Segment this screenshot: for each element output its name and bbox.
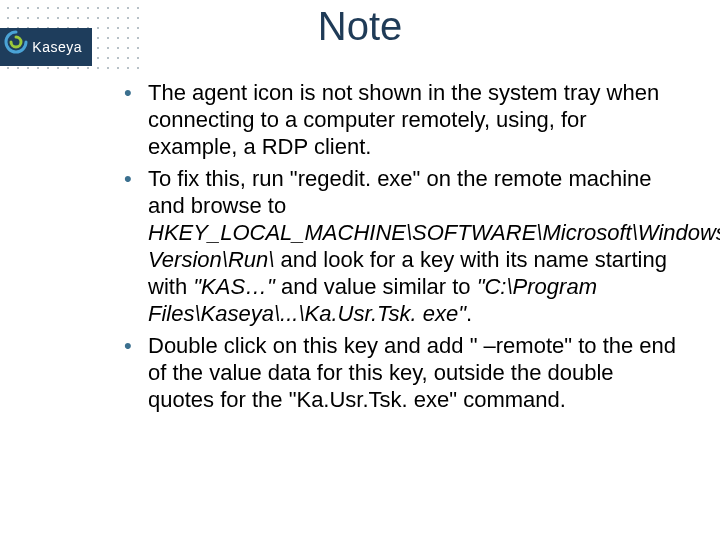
bullet-2: To fix this, run "regedit. exe" on the r…: [120, 166, 680, 327]
bullet-3-text: Double click on this key and add " –remo…: [148, 333, 676, 412]
bullet-2-kas: "KAS…": [193, 274, 281, 299]
brand-name: Kaseya: [32, 39, 82, 55]
bullet-2-suffix: .: [466, 301, 472, 326]
slide: Kaseya Note The agent icon is not shown …: [0, 0, 720, 540]
slide-body: The agent icon is not shown in the syste…: [120, 80, 680, 420]
swirl-icon: [4, 30, 28, 54]
bullet-2-prefix: To fix this, run "regedit. exe" on the r…: [148, 166, 652, 218]
bullet-1-text: The agent icon is not shown in the syste…: [148, 80, 659, 159]
bullet-1: The agent icon is not shown in the syste…: [120, 80, 680, 160]
bullet-3: Double click on this key and add " –remo…: [120, 333, 680, 413]
bullet-2-mid2: and value similar to: [281, 274, 477, 299]
